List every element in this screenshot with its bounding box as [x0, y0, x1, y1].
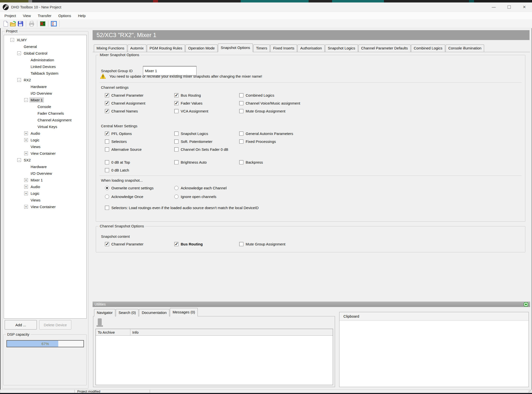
tree-expander-icon[interactable]: + — [24, 192, 28, 195]
checkbox-cso-channel-parameter[interactable]: Channel Parameter — [105, 241, 143, 247]
menu-transfer[interactable]: Transfer — [34, 12, 55, 19]
tab-channel-parameter-defaults[interactable]: Channel Parameter Defaults — [358, 44, 411, 52]
tree-item-rx2[interactable]: -RX2 — [4, 77, 86, 83]
tree-item-virtual-keys[interactable]: Virtual Keys — [4, 123, 86, 130]
tree-item-sx2-audio[interactable]: +Audio — [4, 183, 86, 190]
checkbox-backpress[interactable]: Backpress — [239, 159, 263, 165]
checkbox-selectors[interactable]: Selectors — [105, 139, 127, 144]
tree-expander-icon[interactable]: - — [17, 51, 21, 55]
delete-device-button[interactable]: Delete Device — [39, 320, 71, 329]
tree-item-console[interactable]: Console — [4, 103, 86, 110]
tree-expander-icon[interactable]: - — [17, 78, 21, 82]
maximize-button[interactable] — [501, 2, 517, 12]
checkbox-snapshot-logics[interactable]: Snapshot Logics — [174, 131, 208, 136]
tab-operation-mode[interactable]: Operation Mode — [185, 44, 217, 52]
tab-navigator[interactable]: Navigator — [94, 309, 115, 316]
checkbox-soft-potentiometer[interactable]: Soft. Potentiometer — [174, 139, 212, 144]
close-button[interactable]: ✕ — [517, 2, 532, 12]
tree-item-sx2[interactable]: -SX2 — [4, 157, 86, 163]
resize-grip[interactable] — [528, 390, 532, 393]
checkbox-channel-parameter[interactable]: Channel Parameter — [105, 92, 143, 98]
panel-toggle-icon[interactable] — [524, 302, 528, 306]
tab-automix[interactable]: Automix — [128, 44, 146, 52]
tree-item-rx2-hardware[interactable]: Hardware — [4, 83, 86, 90]
checkbox-bus-routing[interactable]: Bus Routing — [174, 92, 201, 98]
open-project-icon[interactable] — [9, 20, 17, 27]
tree-item-sx2-view-container[interactable]: +View Container — [4, 203, 86, 210]
tree-item-rx2-logic[interactable]: +Logic — [4, 137, 86, 143]
tree-item-sx2-views[interactable]: Views — [4, 197, 86, 203]
checkbox-channel-on-sets-fader-0db[interactable]: Channel On Sets Fader 0 dB — [174, 147, 228, 152]
checkbox-cso-mute-group-assignment[interactable]: Mute Group Assignment — [239, 241, 285, 247]
column-header-info[interactable]: Info — [130, 329, 333, 335]
checkbox-pfl-options[interactable]: PFL Options — [105, 131, 132, 136]
tab-console-illumination[interactable]: Console illumination — [446, 44, 484, 52]
tree-item-rx2-audio[interactable]: +Audio — [4, 130, 86, 137]
checkbox-cso-bus-routing[interactable]: Bus Routing — [174, 241, 203, 247]
menu-view[interactable]: View — [20, 12, 34, 19]
tab-snapshot-options[interactable]: Snapshot Options — [218, 44, 253, 52]
tree-item-global-control[interactable]: -Global Control — [4, 50, 86, 57]
tab-messages[interactable]: Messages (0) — [170, 308, 198, 316]
tree-expander-icon[interactable]: - — [17, 158, 21, 162]
tree-item-linked-devices[interactable]: Linked Devices — [4, 63, 86, 70]
checkbox-alternative-source[interactable]: Alternative Source — [105, 147, 142, 152]
checkbox-channel-voice-music[interactable]: Channel Voice/Music assignment — [239, 100, 300, 106]
tree-item-talkback-system[interactable]: Talkback System — [4, 70, 86, 77]
checkbox-selectors-load-routings[interactable]: Selectors: Load routings even if the loa… — [105, 205, 259, 210]
tree-item-rx2-view-container[interactable]: +View Container — [4, 150, 86, 157]
tab-documentation[interactable]: Documentation — [139, 309, 169, 316]
radio-acknowledge-once[interactable]: Acknowledge Once — [105, 194, 143, 199]
archive-trash-icon[interactable] — [96, 318, 104, 327]
checkbox-fixed-processings[interactable]: Fixed Processings — [239, 139, 276, 144]
tab-pgm-routing-rules[interactable]: PGM Routing Rules — [147, 44, 185, 52]
checkbox-channel-assignment[interactable]: Channel Assignment — [105, 100, 145, 106]
tree-expander-icon[interactable]: + — [24, 152, 28, 155]
tree-expander-icon[interactable]: + — [24, 185, 28, 189]
checkbox-combined-logics[interactable]: Combined Logics — [239, 92, 274, 98]
tree-item-administration[interactable]: Administration — [4, 57, 86, 63]
checkbox-0db-at-top[interactable]: 0 dB at Top — [105, 159, 130, 165]
checkbox-fader-values[interactable]: Fader Values — [174, 100, 202, 106]
tab-fixed-inserts[interactable]: Fixed Inserts — [270, 44, 297, 52]
transfer-device-icon[interactable] — [39, 20, 46, 27]
checkbox-vca-assignment[interactable]: VCA Assignment — [174, 108, 208, 114]
radio-overwrite-current-settings[interactable]: Overwrite current settings — [105, 185, 154, 191]
tree-item-rx2-mixer1[interactable]: -Mixer 1 — [4, 97, 86, 103]
tab-mixing-functions[interactable]: Mixing Functions — [94, 44, 127, 52]
tree-item-xlmy[interactable]: -XLMY — [4, 37, 86, 43]
tree-expander-icon[interactable]: + — [24, 178, 28, 182]
options-dialog-icon[interactable] — [50, 20, 58, 27]
tree-item-rx2-views[interactable]: Views — [4, 143, 86, 150]
save-project-icon[interactable] — [17, 20, 24, 27]
tree-item-fader-channels[interactable]: Fader Channels — [4, 110, 86, 117]
tab-timers[interactable]: Timers — [253, 44, 270, 52]
tree-item-sx2-hardware[interactable]: Hardware — [4, 163, 86, 170]
tab-authorisation[interactable]: Authorisation — [297, 44, 325, 52]
tree-expander-icon[interactable]: - — [24, 98, 28, 102]
tree-expander-icon[interactable]: + — [24, 138, 28, 142]
tab-combined-logics[interactable]: Combined Logics — [411, 44, 445, 52]
menu-project[interactable]: Project — [1, 12, 20, 19]
checkbox-0db-latch[interactable]: 0 dB Latch — [105, 167, 129, 173]
tree-expander-icon[interactable]: + — [24, 131, 28, 135]
tree-item-sx2-mixer1[interactable]: +Mixer 1 — [4, 177, 86, 183]
tree-item-channel-assignment[interactable]: Channel Assignment — [4, 117, 86, 123]
column-header-to-archive[interactable]: To Archive — [96, 329, 130, 335]
checkbox-channel-names[interactable]: Channel Names — [105, 108, 138, 114]
print-icon[interactable] — [28, 20, 35, 27]
tree-item-sx2-logic[interactable]: +Logic — [4, 190, 86, 197]
add-device-button[interactable]: Add ... — [5, 320, 37, 329]
tree-item-sx2-io-overview[interactable]: I/O Overview — [4, 170, 86, 177]
tree-item-rx2-io-overview[interactable]: I/O Overview — [4, 90, 86, 97]
menu-options[interactable]: Options — [55, 12, 75, 19]
tab-snapshot-logics[interactable]: Snapshot Logics — [325, 44, 358, 52]
menu-help[interactable]: Help — [75, 12, 89, 19]
tree-expander-icon[interactable]: + — [24, 205, 28, 209]
tree-item-general[interactable]: General — [4, 43, 86, 50]
radio-ignore-open-channels[interactable]: Ignore open channels — [174, 194, 216, 199]
minimize-button[interactable]: — — [486, 2, 501, 12]
checkbox-mute-group-assignment[interactable]: Mute Group Assignment — [239, 108, 285, 114]
new-project-icon[interactable] — [2, 20, 9, 27]
tree-expander-icon[interactable]: - — [10, 38, 14, 42]
